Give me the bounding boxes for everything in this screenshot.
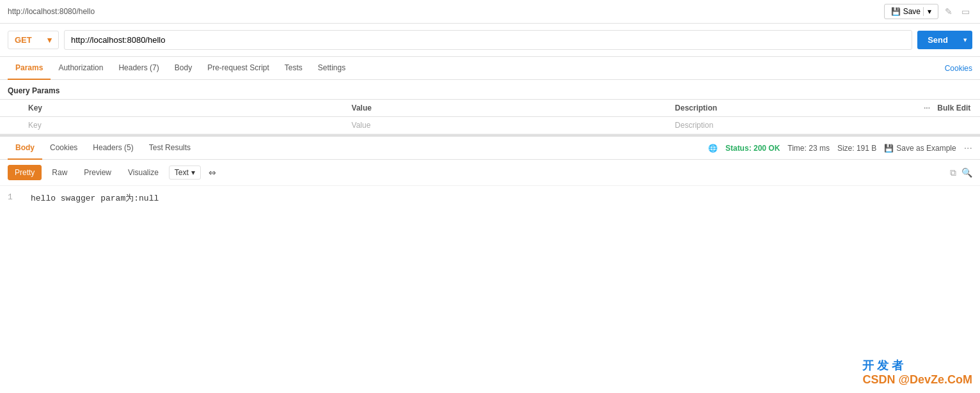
- tab-headers[interactable]: Headers (7): [111, 57, 166, 80]
- row-value[interactable]: Value: [344, 117, 668, 134]
- query-params-label: Query Params: [0, 80, 980, 99]
- watermark-en: CSDN @DevZe.CoM: [862, 373, 972, 387]
- top-bar-actions: 💾 Save ▾ ✎ ▭: [884, 4, 972, 19]
- response-tabs: Body Cookies Headers (5) Test Results 🌐 …: [0, 137, 980, 160]
- copy-icon[interactable]: ⧉: [950, 167, 956, 178]
- col-key-header: Key: [20, 100, 344, 117]
- status-badge: Status: 200 OK: [725, 144, 780, 153]
- method-chevron: ▾: [47, 35, 52, 45]
- save-icon: 💾: [891, 7, 901, 16]
- response-tab-headers[interactable]: Headers (5): [85, 137, 141, 160]
- send-button[interactable]: Send: [917, 31, 958, 49]
- method-label: GET: [15, 35, 32, 45]
- raw-button[interactable]: Raw: [45, 166, 74, 180]
- method-select[interactable]: GET ▾: [8, 31, 59, 49]
- response-size: Size: 191 B: [837, 144, 876, 153]
- response-time: Time: 23 ms: [787, 144, 830, 153]
- response-tab-test-results[interactable]: Test Results: [141, 137, 198, 160]
- tab-pre-request-script[interactable]: Pre-request Script: [200, 57, 277, 80]
- col-value-header: Value: [344, 100, 668, 117]
- tab-params[interactable]: Params: [8, 57, 51, 80]
- code-area: 1 hello swagger param为:null: [0, 186, 980, 210]
- response-content: hello swagger param为:null: [31, 192, 159, 204]
- wrap-icon[interactable]: ⇔: [209, 167, 216, 178]
- dots-icon: ···: [924, 104, 930, 112]
- row-description[interactable]: Description: [667, 117, 916, 134]
- row-key[interactable]: Key: [20, 117, 344, 134]
- format-bar: Pretty Raw Preview Visualize Text ▾ ⇔ ⧉ …: [0, 160, 980, 186]
- send-group: Send ▾: [917, 31, 972, 49]
- watermark-cn: 开 发 者: [862, 358, 972, 373]
- search-icon[interactable]: 🔍: [961, 167, 972, 178]
- top-bar: http://localhost:8080/hello 💾 Save ▾ ✎ ▭: [0, 0, 980, 24]
- pretty-button[interactable]: Pretty: [8, 165, 42, 180]
- query-params-section: Query Params Key Value Description ··· B…: [0, 80, 980, 137]
- send-chevron-button[interactable]: ▾: [958, 31, 972, 49]
- text-chevron: ▾: [191, 168, 195, 177]
- top-bar-url: http://localhost:8080/hello: [8, 7, 95, 16]
- save-example-icon: 💾: [884, 144, 894, 153]
- params-table: Key Value Description ··· Bulk Edit Key …: [0, 99, 980, 134]
- col-actions-header: ··· Bulk Edit: [916, 100, 980, 117]
- save-chevron[interactable]: ▾: [923, 7, 931, 16]
- response-tab-body[interactable]: Body: [8, 137, 42, 160]
- request-tabs: Params Authorization Headers (7) Body Pr…: [0, 57, 980, 80]
- row-actions: [916, 117, 980, 134]
- col-check-header: [0, 100, 20, 117]
- bulk-edit-link[interactable]: Bulk Edit: [937, 104, 970, 112]
- response-meta: 🌐 Status: 200 OK Time: 23 ms Size: 191 B…: [708, 143, 972, 154]
- line-number: 1: [8, 192, 20, 204]
- table-row: Key Value Description: [0, 117, 980, 134]
- tab-settings[interactable]: Settings: [310, 57, 353, 80]
- text-label: Text: [175, 168, 189, 177]
- col-desc-header: Description: [667, 100, 916, 117]
- save-label: Save: [903, 7, 921, 16]
- text-select[interactable]: Text ▾: [169, 166, 201, 180]
- response-tab-cookies[interactable]: Cookies: [42, 137, 85, 160]
- more-button[interactable]: ···: [964, 143, 972, 154]
- globe-icon: 🌐: [708, 144, 718, 153]
- watermark: 开 发 者 CSDN @DevZe.CoM: [862, 358, 972, 387]
- save-button[interactable]: 💾 Save ▾: [884, 4, 938, 19]
- save-example-button[interactable]: 💾 Save as Example: [884, 144, 956, 153]
- format-right: ⧉ 🔍: [950, 167, 972, 178]
- tab-cookies[interactable]: Cookies: [945, 58, 972, 79]
- url-input[interactable]: [64, 30, 912, 50]
- preview-button[interactable]: Preview: [77, 166, 118, 180]
- edit-button[interactable]: ✎: [942, 4, 955, 19]
- comment-button[interactable]: ▭: [959, 4, 972, 19]
- request-bar: GET ▾ Send ▾: [0, 24, 980, 57]
- tab-body[interactable]: Body: [167, 57, 200, 80]
- save-example-label: Save as Example: [896, 144, 956, 153]
- row-check: [0, 117, 20, 134]
- tab-tests[interactable]: Tests: [277, 57, 310, 80]
- tab-authorization[interactable]: Authorization: [51, 57, 111, 80]
- visualize-button[interactable]: Visualize: [122, 166, 165, 180]
